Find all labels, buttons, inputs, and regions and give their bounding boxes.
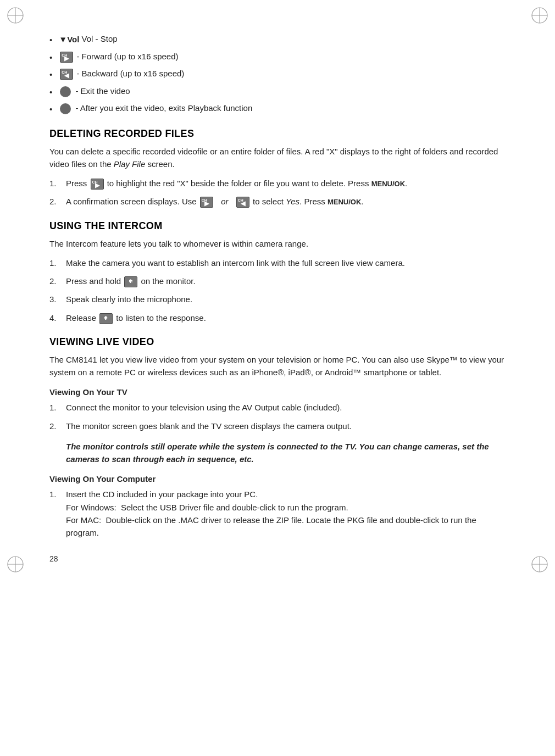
bullet-exit-text: - Exit the video	[59, 85, 130, 98]
intercom-step-4-text: Release 🗣 to listen to the response.	[66, 312, 206, 324]
viewing-live-intro: The CM8141 let you view live video from …	[49, 353, 506, 379]
bullet-backward: • CH ◀ - Backward (up to x16 speed)	[49, 68, 506, 81]
or-text: or	[221, 197, 228, 206]
ch-backward-icon-step2: CH ◀	[236, 197, 249, 208]
bullet-backward-text: CH ◀ - Backward (up to x16 speed)	[59, 68, 184, 80]
exit-playback-icon	[60, 103, 71, 114]
talk-hold-icon: 🗣	[124, 276, 137, 287]
viewing-computer-subheading: Viewing On Your Computer	[49, 474, 506, 483]
intercom-step-1: 1. Make the camera you want to establish…	[49, 257, 506, 269]
viewing-tv-step-1: 1. Connect the monitor to your televisio…	[49, 401, 506, 414]
page-content: • ▼Vol Vol - Stop • CH ▶ - Forward (up t…	[0, 0, 555, 580]
viewing-computer-step-1: 1. Insert the CD included in your packag…	[49, 488, 506, 539]
bullet-vol-stop-text: ▼Vol Vol - Stop	[59, 33, 117, 46]
intercom-step-1-text: Make the camera you want to establish an…	[66, 257, 405, 269]
deleting-step-1-text: Press CH ▶ to highlight the red "X" besi…	[66, 177, 407, 190]
talk-release-icon: 🗣	[99, 313, 113, 324]
deleting-steps: 1. Press CH ▶ to highlight the red "X" b…	[49, 177, 506, 208]
bullet-forward: • CH ▶ - Forward (up to x16 speed)	[49, 51, 506, 64]
viewing-tv-step-2: 2. The monitor screen goes blank and the…	[49, 420, 506, 432]
ch-forward-icon: CH ▶	[60, 52, 73, 63]
menu-ok-1: MENU/OK	[371, 180, 405, 188]
step-num-1: 1.	[49, 177, 66, 190]
intro-bullet-list: • ▼Vol Vol - Stop • CH ▶ - Forward (up t…	[49, 33, 506, 116]
bullet-vol-stop: • ▼Vol Vol - Stop	[49, 33, 506, 47]
bullet-exit-playback: • - After you exit the video, exits Play…	[49, 102, 506, 116]
intercom-heading: USING THE INTERCOM	[49, 220, 506, 232]
viewing-computer-steps: 1. Insert the CD included in your packag…	[49, 488, 506, 539]
viewing-tv-steps: 1. Connect the monitor to your televisio…	[49, 401, 506, 432]
corner-tr	[530, 5, 550, 25]
viewing-tv-subheading: Viewing On Your TV	[49, 387, 506, 397]
viewing-live-heading: VIEWING LIVE VIDEO	[49, 336, 506, 348]
viewing-tv-step-2-text: The monitor screen goes blank and the TV…	[66, 420, 352, 432]
viewing-tv-note: The monitor controls still operate while…	[66, 440, 506, 466]
deleting-heading: DELETING RECORDED FILES	[49, 128, 506, 140]
corner-tl	[5, 5, 25, 25]
intercom-step-4: 4. Release 🗣 to listen to the response.	[49, 312, 506, 324]
intercom-step-num-1: 1.	[49, 257, 66, 269]
corner-br	[530, 554, 550, 574]
viewing-computer-step-num-1: 1.	[49, 488, 66, 501]
ch-forward-icon-step1: CH ▶	[91, 179, 104, 190]
bullet-forward-text: CH ▶ - Forward (up to x16 speed)	[59, 51, 178, 63]
intercom-step-3: 3. Speak clearly into the microphone.	[49, 293, 506, 305]
bullet-dot-3: •	[49, 69, 52, 81]
bullet-exit-video: • - Exit the video	[49, 85, 506, 99]
intercom-step-3-text: Speak clearly into the microphone.	[66, 293, 192, 305]
exit-video-icon	[60, 86, 71, 97]
step-num-2: 2.	[49, 195, 66, 208]
viewing-tv-step-num-2: 2.	[49, 420, 66, 432]
intercom-step-num-3: 3.	[49, 293, 66, 305]
bullet-exit-playback-text: - After you exit the video, exits Playba…	[59, 102, 252, 115]
deleting-step-2: 2. A confirmation screen displays. Use C…	[49, 195, 506, 208]
intercom-step-num-4: 4.	[49, 312, 66, 324]
viewing-computer-step-1-text: Insert the CD included in your package i…	[66, 488, 506, 539]
menu-ok-2: MENU/OK	[328, 198, 361, 206]
viewing-tv-step-1-text: Connect the monitor to your television u…	[66, 401, 342, 414]
ch-forward-icon-step2: CH ▶	[200, 197, 213, 208]
intercom-intro: The Intercom feature lets you talk to wh…	[49, 237, 506, 250]
intercom-steps: 1. Make the camera you want to establish…	[49, 257, 506, 324]
deleting-step-1: 1. Press CH ▶ to highlight the red "X" b…	[49, 177, 506, 190]
viewing-tv-step-num-1: 1.	[49, 401, 66, 414]
deleting-intro: You can delete a specific recorded video…	[49, 145, 506, 171]
intercom-step-2: 2. Press and hold 🗣 on the monitor.	[49, 275, 506, 287]
vol-down-icon: ▼Vol	[59, 34, 79, 46]
bullet-dot: •	[49, 34, 52, 47]
corner-bl	[5, 554, 25, 574]
intercom-step-num-2: 2.	[49, 275, 66, 287]
intercom-step-2-text: Press and hold 🗣 on the monitor.	[66, 275, 196, 287]
deleting-step-2-text: A confirmation screen displays. Use CH ▶…	[66, 195, 363, 208]
ch-backward-icon: CH ◀	[60, 69, 73, 80]
bullet-dot-2: •	[49, 52, 52, 64]
bullet-dot-5: •	[49, 103, 52, 116]
bullet-dot-4: •	[49, 86, 52, 99]
page-number: 28	[49, 554, 58, 563]
